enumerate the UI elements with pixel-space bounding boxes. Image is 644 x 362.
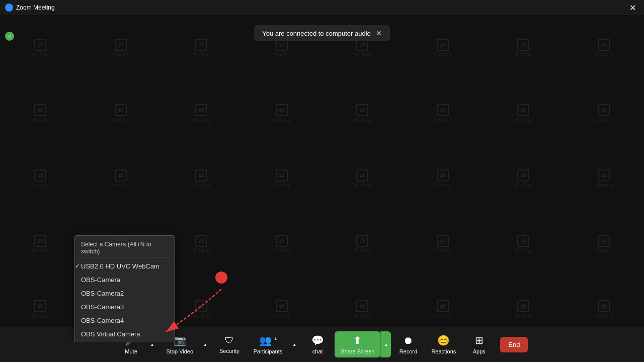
watermark-cell: ⇄itkoding bbox=[0, 146, 80, 211]
reactions-button[interactable]: 😊 Reactions bbox=[425, 331, 462, 357]
security-badge: ✓ bbox=[5, 32, 14, 41]
participants-caret-icon: ▲ bbox=[289, 339, 299, 350]
watermark-cell: ⇄itkoding bbox=[564, 211, 644, 277]
watermark-cell: ⇄itkoding bbox=[161, 146, 242, 211]
window-close-button[interactable]: ✕ bbox=[626, 2, 639, 14]
video-caret-icon: ▲ bbox=[200, 339, 210, 350]
menu-item-usb20-hd-uvc-webcam[interactable]: USB2.0 HD UVC WebCam bbox=[75, 259, 175, 273]
share-screen-group: ⬆ Share Screen ▲ bbox=[335, 331, 391, 357]
apps-button[interactable]: ⊞ Apps bbox=[464, 331, 494, 357]
security-button[interactable]: 🛡 Security bbox=[213, 332, 246, 357]
watermark-cell: ⇄itkoding bbox=[80, 80, 161, 146]
watermark-cell: ⇄itkoding bbox=[0, 15, 80, 80]
watermark-cell: ⇄itkoding bbox=[0, 211, 80, 277]
menu-item-obs-camera3[interactable]: OBS-Camera3 bbox=[75, 300, 175, 314]
watermark-cell: ⇄itkoding bbox=[483, 146, 564, 211]
watermark-cell: ⇄itkoding bbox=[564, 80, 644, 146]
watermark-cell: ⇄itkoding bbox=[564, 146, 644, 211]
titlebar-left: Zoom Meeting bbox=[5, 4, 55, 12]
zoom-icon bbox=[5, 4, 13, 12]
participants-group: 👥 1 Participants ▲ bbox=[248, 331, 300, 357]
security-icon: 🛡 bbox=[225, 335, 234, 346]
mute-label: Mute bbox=[125, 348, 137, 354]
record-button[interactable]: ⏺ Record bbox=[393, 332, 423, 357]
menu-item-obs-camera[interactable]: OBS-Camera bbox=[75, 273, 175, 287]
watermark-cell: ⇄itkoding bbox=[242, 80, 322, 146]
share-screen-icon: ⬆ bbox=[353, 334, 362, 346]
record-label: Record bbox=[399, 348, 417, 354]
connection-text: You are connected to computer audio bbox=[262, 30, 371, 37]
watermark-cell: ⇄itkoding bbox=[322, 80, 403, 146]
svg-point-0 bbox=[7, 5, 12, 10]
main-video-area: ⇄itkoding⇄itkoding⇄itkoding⇄itkoding⇄itk… bbox=[0, 15, 644, 342]
connection-close-button[interactable]: ✕ bbox=[376, 29, 382, 37]
video-caret-button[interactable]: ▲ bbox=[199, 331, 211, 357]
watermark-cell: ⇄itkoding bbox=[161, 80, 242, 146]
menu-item-obs-camera2[interactable]: OBS-Camera2 bbox=[75, 287, 175, 300]
share-screen-button[interactable]: ⬆ Share Screen bbox=[335, 331, 380, 357]
watermark-cell: ⇄itkoding bbox=[242, 211, 322, 277]
watermark-cell: ⇄itkoding bbox=[80, 146, 161, 211]
reactions-icon: 😊 bbox=[437, 334, 450, 346]
stop-video-label: Stop Video bbox=[166, 348, 193, 354]
watermark-cell: ⇄itkoding bbox=[322, 211, 403, 277]
participants-count: 1 bbox=[274, 336, 277, 341]
camera-context-menu: Select a Camera (Alt+N to switch) USB2.0… bbox=[74, 235, 175, 342]
apps-label: Apps bbox=[473, 348, 486, 354]
security-label: Security bbox=[219, 348, 239, 354]
watermark-cell: ⇄itkoding bbox=[322, 146, 403, 211]
video-icon: 📷 bbox=[174, 334, 186, 346]
watermark-cell: ⇄itkoding bbox=[403, 211, 483, 277]
titlebar: Zoom Meeting ✕ bbox=[0, 0, 644, 15]
participants-label: Participants bbox=[254, 348, 282, 354]
connection-notice: You are connected to computer audio ✕ bbox=[254, 25, 390, 41]
annotation-red-dot bbox=[215, 272, 227, 284]
titlebar-title: Zoom Meeting bbox=[16, 4, 55, 11]
menu-item-obs-virtual-camera[interactable]: OBS Virtual Camera bbox=[75, 327, 175, 341]
end-button[interactable]: End bbox=[500, 337, 528, 352]
watermark-cell: ⇄itkoding bbox=[483, 80, 564, 146]
apps-icon: ⊞ bbox=[475, 334, 484, 346]
chat-label: chat bbox=[312, 348, 323, 354]
record-icon: ⏺ bbox=[403, 335, 413, 346]
watermark-cell: ⇄itkoding bbox=[403, 80, 483, 146]
watermark-cell: ⇄itkoding bbox=[564, 15, 644, 80]
watermark-cell: ⇄itkoding bbox=[242, 146, 322, 211]
share-screen-label: Share Screen bbox=[341, 348, 374, 354]
chat-button[interactable]: 💬 chat bbox=[302, 331, 333, 357]
watermark-cell: ⇄itkoding bbox=[0, 80, 80, 146]
menu-item-obs-camera4[interactable]: OBS-Camera4 bbox=[75, 314, 175, 327]
participants-icon: 👥 1 bbox=[259, 334, 277, 346]
watermark-cell: ⇄itkoding bbox=[80, 15, 161, 80]
watermark-cell: ⇄itkoding bbox=[403, 15, 483, 80]
watermark-cell: ⇄itkoding bbox=[483, 15, 564, 80]
watermark-cell: ⇄itkoding bbox=[161, 15, 242, 80]
participants-caret-button[interactable]: ▲ bbox=[288, 331, 300, 357]
watermark-cell: ⇄itkoding bbox=[483, 211, 564, 277]
menu-header: Select a Camera (Alt+N to switch) bbox=[75, 238, 175, 257]
share-screen-caret-button[interactable]: ▲ bbox=[380, 331, 391, 357]
reactions-label: Reactions bbox=[431, 348, 456, 354]
participants-button[interactable]: 👥 1 Participants bbox=[248, 331, 288, 357]
watermark-cell: ⇄itkoding bbox=[403, 146, 483, 211]
chat-icon: 💬 bbox=[311, 334, 324, 346]
